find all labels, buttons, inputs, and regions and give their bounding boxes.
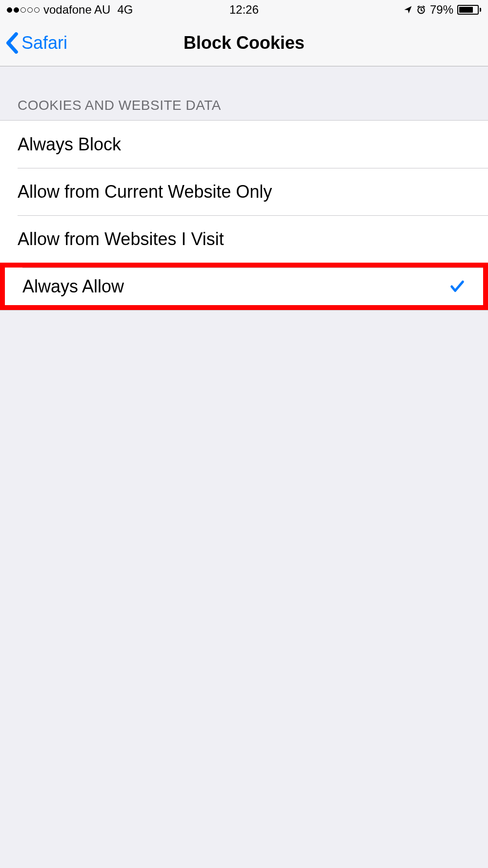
checkmark-icon xyxy=(449,278,466,295)
back-button-label: Safari xyxy=(21,33,67,53)
carrier-label: vodafone AU xyxy=(43,3,110,17)
option-label: Allow from Websites I Visit xyxy=(18,229,224,249)
signal-strength-icon xyxy=(7,7,40,13)
page-title: Block Cookies xyxy=(183,33,305,53)
nav-bar: Safari Block Cookies xyxy=(0,20,488,66)
option-label: Allow from Current Website Only xyxy=(18,182,272,202)
location-icon xyxy=(404,5,412,14)
status-right: 79% xyxy=(404,3,481,17)
section-header: COOKIES AND WEBSITE DATA xyxy=(0,66,488,120)
network-label: 4G xyxy=(117,3,133,17)
option-always-block[interactable]: Always Block xyxy=(0,121,488,168)
option-always-allow[interactable]: Always Allow xyxy=(0,263,488,310)
battery-icon xyxy=(457,5,481,15)
option-allow-websites-visit[interactable]: Allow from Websites I Visit xyxy=(0,215,488,263)
alarm-icon xyxy=(416,5,426,15)
battery-percent-label: 79% xyxy=(430,3,453,17)
status-left: vodafone AU 4G xyxy=(7,3,133,17)
option-label: Always Block xyxy=(18,134,121,155)
option-allow-current-website[interactable]: Allow from Current Website Only xyxy=(0,168,488,215)
status-bar: vodafone AU 4G 12:26 79% xyxy=(0,0,488,20)
option-label: Always Allow xyxy=(22,276,124,297)
options-list: Always Block Allow from Current Website … xyxy=(0,120,488,310)
chevron-left-icon xyxy=(5,32,19,54)
status-time: 12:26 xyxy=(229,3,259,17)
back-button[interactable]: Safari xyxy=(0,32,67,54)
